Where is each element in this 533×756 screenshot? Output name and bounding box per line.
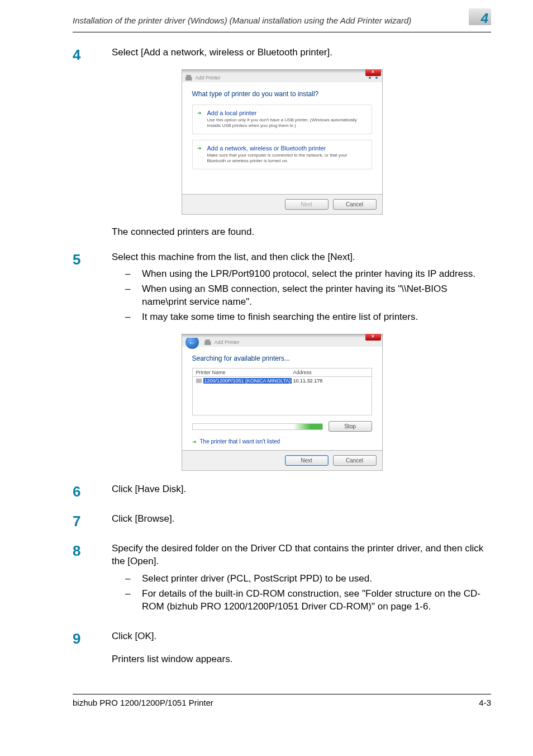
dialog-heading: Searching for available printers... xyxy=(192,355,372,362)
arrow-right-icon: ➔ xyxy=(197,110,202,116)
step-number: 7 xyxy=(73,513,112,530)
arrow-right-icon: ➔ xyxy=(192,439,197,445)
dialog-breadcrumb: Add Printer xyxy=(215,339,240,345)
chapter-number: 4 xyxy=(481,11,488,26)
dialog-breadcrumb: Add Printer xyxy=(196,75,221,81)
step-8-text: Specify the desired folder on the Driver… xyxy=(112,542,491,568)
add-printer-dialog-type: ✕ Add Printer What type of printer do yo… xyxy=(182,69,383,215)
next-button[interactable]: Next xyxy=(285,455,329,466)
option-title: Add a local printer xyxy=(207,110,366,116)
close-icon[interactable]: ✕ xyxy=(365,334,381,341)
cancel-button[interactable]: Cancel xyxy=(333,455,377,466)
arrow-right-icon: ➔ xyxy=(197,145,202,151)
step-5-bullet: When using the LPR/Port9100 protocol, se… xyxy=(125,268,491,281)
step-5-text: Select this machine from the list, and t… xyxy=(112,251,491,264)
step-4-result: The connected printers are found. xyxy=(112,226,491,239)
step-number: 5 xyxy=(73,251,112,329)
step-7-text: Click [Browse]. xyxy=(112,513,491,530)
dialog-heading: What type of printer do you want to inst… xyxy=(192,90,372,98)
step-number: 8 xyxy=(73,542,112,618)
step-4-text: Select [Add a network, wireless or Bluet… xyxy=(112,46,491,64)
step-8-bullet: Select printer driver (PCL, PostScript P… xyxy=(125,573,491,585)
header-rule xyxy=(73,32,491,32)
chapter-tab: 4 xyxy=(468,8,491,27)
close-icon[interactable]: ✕ xyxy=(365,69,381,76)
printer-address: 10.11.32.178 xyxy=(293,378,368,384)
next-button: Next xyxy=(285,199,329,210)
printer-icon xyxy=(196,379,202,383)
step-number: 6 xyxy=(73,483,112,500)
footer-rule xyxy=(73,694,491,694)
add-local-printer-option[interactable]: ➔ Add a local printer Use this option on… xyxy=(192,105,372,134)
step-5-bullet: When using an SMB connection, select the… xyxy=(125,283,491,309)
footer-left: bizhub PRO 1200/1200P/1051 Printer xyxy=(73,698,213,707)
printer-not-listed-link[interactable]: ➔ The printer that I want isn't listed xyxy=(192,438,372,445)
step-8-bullet: For details of the built-in CD-ROM const… xyxy=(125,588,491,613)
footer-page-number: 4-3 xyxy=(479,698,491,707)
printer-not-listed-label: The printer that I want isn't listed xyxy=(200,438,280,445)
printer-icon xyxy=(185,75,192,81)
printer-name: 1200/1200P/1051 (KONICA MINOLTA) xyxy=(203,378,292,384)
step-number: 9 xyxy=(73,630,112,648)
page-header-title: Installation of the printer driver (Wind… xyxy=(73,16,411,27)
column-header-address: Address xyxy=(293,370,368,375)
step-9-result: Printers list window appears. xyxy=(112,653,491,666)
option-desc: Use this option only if you don't have a… xyxy=(207,117,366,129)
column-header-name: Printer Name xyxy=(196,370,293,375)
cancel-button[interactable]: Cancel xyxy=(333,199,377,210)
printer-list-row[interactable]: 1200/1200P/1051 (KONICA MINOLTA) 10.11.3… xyxy=(196,378,368,384)
add-printer-dialog-searching: ✕ ← Add Printer Searching for available … xyxy=(182,334,383,471)
printer-icon xyxy=(204,339,211,345)
step-9-text: Click [OK]. xyxy=(112,630,491,643)
step-5-bullet: It may take some time to finish searchin… xyxy=(125,311,491,324)
option-title: Add a network, wireless or Bluetooth pri… xyxy=(207,145,366,152)
search-progress-bar xyxy=(192,423,323,430)
add-network-printer-option[interactable]: ➔ Add a network, wireless or Bluetooth p… xyxy=(192,140,372,169)
option-desc: Make sure that your computer is connecte… xyxy=(207,153,366,164)
step-6-text: Click [Have Disk]. xyxy=(112,483,491,500)
step-number: 4 xyxy=(73,46,112,64)
stop-button[interactable]: Stop xyxy=(329,421,372,432)
